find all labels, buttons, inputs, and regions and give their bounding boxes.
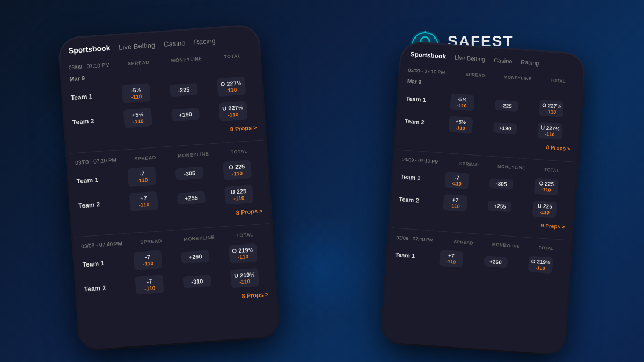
p2-total-cell-3-1[interactable]: O 219½ -110 [528, 256, 553, 274]
nav2-sportsbook[interactable]: Sportsbook [410, 50, 446, 61]
ml-cell-1-2[interactable]: +190 [171, 108, 200, 122]
p2-col-moneyline-3: MONEYLINE [492, 242, 521, 249]
ml-cell-2-2[interactable]: +255 [177, 191, 206, 205]
p2-team-name-2-1: Team 1 [400, 173, 436, 182]
p2-team-name-2-2: Team 2 [399, 196, 434, 205]
nav-racing[interactable]: Racing [194, 36, 216, 46]
p2-col-moneyline-2: MONEYLINE [497, 164, 526, 171]
col-moneyline-2: MONEYLINE [178, 151, 209, 158]
p2-total-sub-3-1: -110 [531, 265, 550, 271]
col-moneyline-3: MONEYLINE [184, 234, 215, 242]
phone-2-screen: Sportsbook Live Betting Casino Racing 03… [382, 42, 584, 354]
spread-cell-3-2[interactable]: -7 -110 [135, 275, 164, 295]
p2-spread-sub-2-2: -110 [445, 203, 464, 209]
game-date-1: 03/09 - 07:10 PM [69, 61, 118, 70]
game-block-3: 03/09 - 07:40 PM SPREAD MONEYLINE TOTAL … [73, 226, 277, 320]
total-cell-3-1[interactable]: O 219½ -110 [228, 243, 257, 264]
total-cell-3-2[interactable]: U 219½ -110 [230, 268, 259, 289]
spread-cell-2-1[interactable]: -7 -110 [128, 167, 157, 187]
ml-cell-1-1[interactable]: -225 [170, 83, 198, 97]
p2-ml-cell-3-1[interactable]: +260 [484, 256, 508, 268]
ml-main-2-1: -305 [179, 169, 201, 178]
total-cell-2-2[interactable]: U 225 -110 [224, 184, 253, 205]
total-sub-2-2: -110 [228, 195, 250, 202]
p2-spread-cell-1-2[interactable]: +5½ -110 [448, 116, 473, 134]
game-date-3: 03/09 - 07:40 PM [81, 240, 130, 249]
svg-point-5 [424, 31, 426, 33]
p2-total-sub-1-1: -110 [541, 108, 561, 115]
total-sub-1-1: -110 [221, 86, 243, 94]
p2-spread-cell-3-1[interactable]: +7 -110 [439, 250, 464, 268]
col-total: TOTAL [224, 53, 241, 60]
p2-total-cell-2-2[interactable]: U 225 -110 [532, 201, 557, 218]
p2-spread-sub-2-1: -110 [447, 180, 466, 187]
p2-game-date-3: 03/09 - 07:40 PM [396, 235, 444, 243]
p2-spread-sub-3-1: -110 [442, 258, 460, 265]
ml-main-3-1: +260 [185, 253, 207, 261]
total-sub-3-1: -110 [232, 253, 254, 261]
nav2-live-betting[interactable]: Live Betting [454, 54, 485, 63]
team-name-3-1: Team 1 [82, 258, 126, 269]
p2-col-total-3: TOTAL [539, 245, 554, 251]
ml-main-1-1: -225 [173, 86, 195, 94]
total-cell-2-1[interactable]: O 225 -110 [223, 160, 252, 180]
spread-cell-1-2[interactable]: +5½ -110 [123, 108, 152, 128]
total-cell-1-1[interactable]: O 227½ -110 [217, 77, 246, 97]
total-sub-2-1: -110 [226, 170, 248, 178]
p2-total-cell-1-1[interactable]: O 227½ -110 [539, 100, 565, 117]
p2-ml-cell-2-2[interactable]: +255 [488, 200, 512, 212]
p2-spread-cell-2-1[interactable]: -7 -110 [444, 172, 469, 189]
spread-sub-1-1: -110 [126, 93, 148, 100]
p2-total-sub-2-1: -110 [537, 187, 555, 193]
p2-spread-main-2-2: +7 [446, 196, 465, 203]
team-name-1-1: Team 1 [70, 91, 114, 102]
spread-cell-3-1[interactable]: -7 -110 [134, 250, 163, 270]
phone-1: Sportsbook Live Betting Casino Racing 03… [59, 26, 279, 350]
total-sub-1-2: -110 [222, 111, 244, 119]
nav-casino[interactable]: Casino [163, 39, 185, 48]
svg-point-10 [414, 37, 416, 39]
p2-ml-cell-2-1[interactable]: -305 [489, 178, 514, 189]
p2-ml-main-2-1: -305 [492, 180, 511, 187]
p2-game-block-2: 03/09 - 07:10 PM SPREAD MONEYLINE TOTAL … [390, 152, 577, 240]
total-cell-1-2[interactable]: U 227½ -110 [218, 101, 247, 122]
p2-total-main-2-1: O 225 [537, 180, 556, 187]
p2-total-cell-2-1[interactable]: O 225 -110 [534, 178, 559, 196]
nav-live-betting[interactable]: Live Betting [119, 41, 156, 51]
p2-ml-cell-1-1[interactable]: -225 [494, 100, 518, 112]
p2-spread-cell-1-1[interactable]: -5½ -110 [450, 93, 474, 111]
p2-game-block-1: 03/09 - 07:10 PM SPREAD MONEYLINE TOTAL … [395, 63, 583, 162]
col-spread-2: SPREAD [134, 154, 156, 161]
p2-ml-main-3-1: +260 [486, 258, 505, 265]
game-block-1: 03/09 - 07:10 PM SPREAD MONEYLINE TOTAL … [61, 47, 265, 153]
nav2-casino[interactable]: Casino [494, 57, 513, 64]
ml-cell-3-1[interactable]: +260 [181, 250, 209, 264]
p2-col-moneyline: MONEYLINE [504, 75, 532, 82]
spread-sub-2-1: -110 [131, 176, 153, 184]
ml-cell-3-2[interactable]: -310 [183, 275, 211, 289]
p2-spread-main-1-2: +5½ [451, 119, 470, 125]
col-total-2: TOTAL [230, 148, 247, 154]
game-date-2: 03/09 - 07:10 PM [75, 157, 124, 166]
screen-content-2: 03/09 - 07:10 PM SPREAD MONEYLINE TOTAL … [382, 63, 583, 354]
spread-cell-1-1[interactable]: -5½ -110 [122, 83, 151, 104]
p2-total-cell-1-2[interactable]: U 227½ -110 [537, 122, 562, 140]
spread-cell-2-2[interactable]: +7 -110 [129, 191, 158, 212]
col-spread-3: SPREAD [140, 238, 162, 245]
phone-1-screen: Sportsbook Live Betting Casino Racing 03… [59, 26, 279, 350]
p2-spread-sub-1-2: -110 [451, 125, 470, 131]
team-name-2-2: Team 2 [78, 199, 121, 210]
screen-content-1: 03/09 - 07:10 PM SPREAD MONEYLINE TOTAL … [61, 47, 279, 350]
total-sub-3-2: -110 [234, 278, 256, 285]
ml-cell-2-1[interactable]: -305 [175, 166, 204, 180]
col-spread: SPREAD [128, 59, 150, 66]
nav-sportsbook[interactable]: Sportsbook [68, 43, 111, 55]
p2-spread-main-1-1: -5½ [453, 96, 472, 103]
p2-total-sub-2-2: -110 [535, 209, 554, 216]
nav2-racing[interactable]: Racing [521, 58, 539, 66]
p2-spread-cell-2-2[interactable]: +7 -110 [443, 194, 467, 212]
team-name-2-1: Team 1 [76, 174, 120, 185]
p2-ml-cell-1-2[interactable]: +190 [493, 122, 517, 134]
team-name-3-2: Team 2 [84, 283, 127, 293]
p2-ml-main-1-2: +190 [496, 124, 515, 131]
